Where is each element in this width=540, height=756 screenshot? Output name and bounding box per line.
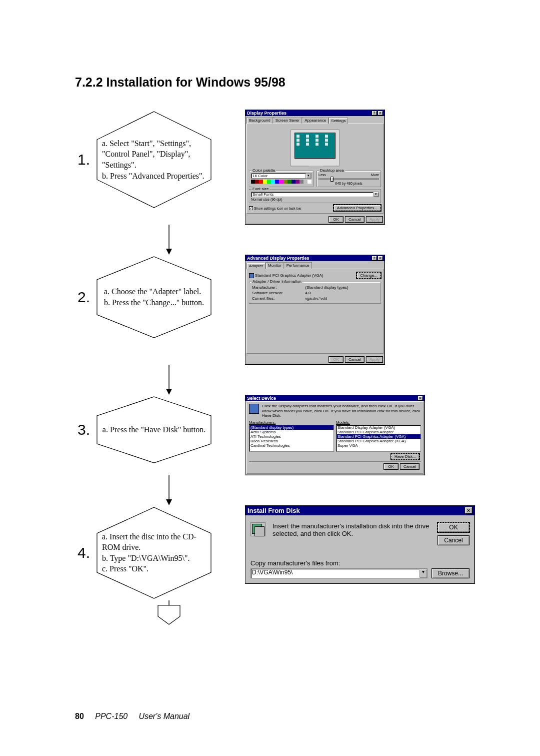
- list-item[interactable]: (Standard display types): [250, 425, 334, 430]
- install-instructions: Insert the manufacturer's installation d…: [272, 522, 430, 537]
- list-item[interactable]: Standard PCI Graphics Adapter (XGA): [336, 439, 420, 443]
- current-files-value: vga.drv,*vdd: [305, 296, 378, 301]
- area-more: More: [371, 173, 379, 177]
- font-dpi: Normal size (96 dpi): [251, 198, 379, 201]
- arrow-down-icon: [164, 225, 174, 255]
- ok-button[interactable]: OK: [328, 216, 344, 223]
- adapter-icon: [249, 273, 254, 278]
- install-from-disk-dialog: Install From Disk × Insert the manufactu…: [245, 505, 475, 584]
- cancel-button[interactable]: Cancel: [345, 216, 364, 223]
- monitor-preview: [290, 129, 340, 167]
- step-2-number: 2.: [75, 289, 90, 306]
- color-swatch: [251, 180, 312, 184]
- tab-appearance[interactable]: Appearance: [302, 117, 328, 124]
- checkbox-icon[interactable]: ✓: [249, 206, 253, 210]
- disk-icon: [250, 522, 266, 536]
- step-4-number: 4.: [75, 544, 90, 561]
- arrow-down-icon: [164, 475, 174, 505]
- step-3-box: a. Press the "Have Disk" button.: [94, 395, 214, 465]
- step-2-box: a. Choose the "Adapter" label. b. Press …: [94, 255, 214, 340]
- step-2-text: a. Choose the "Adapter" label. b. Press …: [96, 286, 212, 308]
- copy-from-label: Copy manufacturer's files from:: [250, 559, 470, 567]
- section-title: 7.2.2 Installation for Windows 95/98: [75, 75, 475, 90]
- list-item[interactable]: Standard PCI Graphics Adapter: [336, 430, 420, 434]
- step-3-number: 3.: [75, 421, 90, 438]
- select-device-dialog: Select Device × Click the Display adapte…: [245, 395, 425, 475]
- apply-button[interactable]: Apply: [366, 216, 383, 223]
- ok-button[interactable]: OK: [384, 463, 398, 470]
- help-icon[interactable]: ?: [372, 256, 377, 261]
- close-icon[interactable]: ×: [418, 396, 423, 401]
- tab-adapter[interactable]: Adapter: [246, 263, 266, 269]
- list-item[interactable]: ATI Technologies: [250, 434, 334, 439]
- taskbar-checkbox-label: Show settings icon on task bar: [254, 207, 302, 210]
- close-icon[interactable]: ×: [464, 507, 472, 514]
- path-input[interactable]: D:\VGA\Win95\ ▾: [250, 568, 428, 578]
- dialog1-title: Display Properties: [247, 111, 286, 116]
- advanced-display-dialog: Advanced Display Properties ? × Adapter …: [245, 255, 385, 365]
- page-footer: 80 PPC-150 User's Manual: [75, 712, 190, 721]
- advanced-properties-button[interactable]: Advanced Properties...: [334, 205, 381, 211]
- list-item[interactable]: Super VGA: [336, 443, 420, 448]
- dialog4-title: Install From Disk: [248, 507, 300, 514]
- models-list[interactable]: Standard Display Adapter (VGA) Standard …: [336, 425, 421, 452]
- adapter-info-label: Adapter / Driver information: [252, 279, 302, 284]
- step-4-text: a. Insert the disc into the CD-ROM drive…: [94, 531, 214, 574]
- close-icon[interactable]: ×: [378, 256, 383, 261]
- tab-settings[interactable]: Settings: [328, 118, 348, 124]
- change-button[interactable]: Change...: [356, 272, 381, 279]
- cancel-button[interactable]: Cancel: [400, 463, 420, 470]
- desktop-area-slider[interactable]: [318, 177, 379, 182]
- ok-button[interactable]: OK: [438, 522, 470, 532]
- svg-marker-2: [166, 249, 172, 255]
- cancel-button[interactable]: Cancel: [345, 356, 364, 363]
- continuation-icon: [154, 600, 184, 625]
- list-item[interactable]: Actix Systems: [250, 430, 334, 434]
- list-item[interactable]: Standard PCI Graphics Adapter (VGA): [336, 434, 420, 439]
- browse-button[interactable]: Browse...: [432, 568, 470, 578]
- area-less: Less: [318, 173, 326, 177]
- software-version-label: Software version:: [252, 291, 304, 295]
- svg-marker-8: [166, 499, 172, 505]
- chevron-down-icon[interactable]: ▾: [306, 174, 311, 178]
- font-size-label: Font size: [252, 187, 270, 191]
- font-size-select[interactable]: Small Fonts▾: [251, 192, 379, 197]
- book-title: PPC-150 User's Manual: [95, 712, 190, 720]
- color-palette-select[interactable]: 16 Color▾: [251, 173, 312, 179]
- have-disk-button[interactable]: Have Disk...: [391, 453, 420, 460]
- help-icon[interactable]: ?: [372, 111, 377, 116]
- step-1-text: a. Select "Start", "Settings", "Control …: [94, 138, 214, 181]
- manufacturer-value: (Standard display types): [305, 285, 378, 290]
- manufacturers-label: Manufacturers:: [249, 420, 334, 425]
- apply-button[interactable]: Apply: [366, 356, 383, 363]
- manufacturers-list[interactable]: (Standard display types) Actix Systems A…: [249, 425, 334, 452]
- close-icon[interactable]: ×: [378, 111, 383, 116]
- tab-monitor[interactable]: Monitor: [266, 262, 284, 269]
- area-value: 640 by 480 pixels: [318, 182, 379, 185]
- list-item[interactable]: Cardinal Technologies: [250, 443, 334, 448]
- display-icon: [249, 404, 259, 414]
- step-1-number: 1.: [75, 151, 90, 168]
- cancel-button[interactable]: Cancel: [438, 535, 470, 545]
- select-device-instructions: Click the Display adapters that matches …: [262, 404, 421, 418]
- desktop-area-label: Desktop area: [319, 168, 345, 173]
- list-item[interactable]: Boca Research: [250, 439, 334, 443]
- chevron-down-icon[interactable]: ▾: [373, 192, 378, 197]
- models-label: Models:: [336, 420, 421, 425]
- tab-screensaver[interactable]: Screen Saver: [273, 117, 302, 124]
- list-item[interactable]: Standard Display Adapter (VGA): [336, 425, 420, 430]
- step-3-text: a. Press the "Have Disk" button.: [94, 424, 214, 435]
- color-palette-label: Color palette: [252, 168, 276, 173]
- chevron-down-icon[interactable]: ▾: [419, 569, 427, 578]
- step-4-box: a. Insert the disc into the CD-ROM drive…: [94, 505, 214, 600]
- ok-button[interactable]: OK: [328, 356, 344, 363]
- tab-background[interactable]: Background: [246, 117, 273, 124]
- software-version-value: 4.0: [305, 291, 378, 295]
- arrow-down-icon: [164, 365, 174, 395]
- svg-marker-5: [166, 389, 172, 395]
- svg-marker-11: [158, 605, 180, 624]
- tab-performance[interactable]: Performance: [284, 262, 312, 269]
- page-number: 80: [75, 712, 84, 720]
- adapter-name: Standard PCI Graphics Adapter (VGA): [255, 273, 324, 278]
- current-files-label: Current files:: [252, 296, 304, 301]
